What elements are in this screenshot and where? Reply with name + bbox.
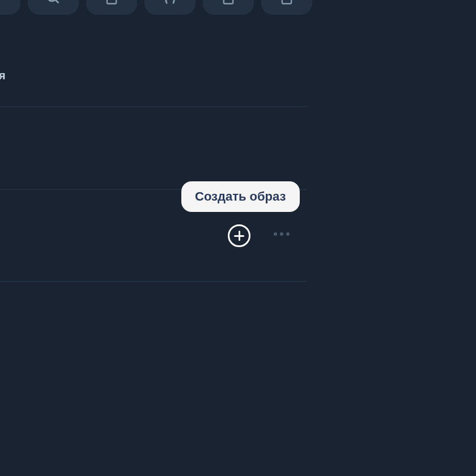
note-icon <box>220 0 236 8</box>
svg-rect-7 <box>282 0 291 4</box>
icon-tile-braces[interactable] <box>144 0 196 15</box>
search-icon <box>45 0 61 8</box>
dot-icon <box>280 232 283 236</box>
icon-tile-document[interactable] <box>261 0 312 15</box>
svg-line-1 <box>56 0 59 3</box>
divider <box>0 281 307 282</box>
more-button[interactable] <box>274 232 290 236</box>
top-icon-row <box>0 0 312 15</box>
svg-rect-2 <box>107 0 116 4</box>
dot-icon <box>286 232 290 236</box>
svg-rect-5 <box>224 0 233 4</box>
add-button[interactable] <box>228 224 250 247</box>
braces-icon <box>162 0 178 8</box>
divider <box>0 107 307 107</box>
dot-icon <box>274 232 277 236</box>
icon-tile-note[interactable] <box>203 0 254 15</box>
document-icon <box>279 0 295 8</box>
file-icon <box>104 0 120 8</box>
create-tooltip: Создать образ <box>181 181 300 212</box>
icon-tile-search[interactable] <box>28 0 79 15</box>
icon-tile-partial[interactable] <box>0 0 20 15</box>
icon-tile-file[interactable] <box>86 0 137 15</box>
section-label: я <box>0 69 6 82</box>
